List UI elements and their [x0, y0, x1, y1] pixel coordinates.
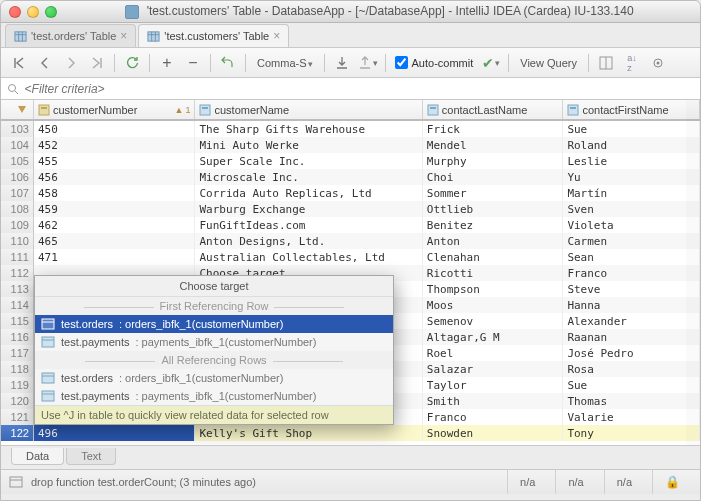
cell-contactLastName[interactable]: Altagar,G M [423, 329, 564, 345]
tab-data[interactable]: Data [11, 448, 64, 465]
cell-contactFirstName[interactable]: Leslie [563, 153, 700, 169]
first-page-button[interactable] [7, 52, 31, 74]
cell-contactLastName[interactable]: Snowden [423, 425, 564, 441]
reload-button[interactable] [120, 52, 144, 74]
cell-customerNumber[interactable]: 455 [34, 153, 196, 169]
column-header-customerNumber[interactable]: customerNumber ▲ 1 [34, 100, 196, 119]
popup-item[interactable]: test.orders: orders_ibfk_1(customerNumbe… [35, 369, 393, 387]
cell-customerName[interactable]: Super Scale Inc. [195, 153, 422, 169]
cell-customerName[interactable]: Warburg Exchange [195, 201, 422, 217]
popup-item[interactable]: test.orders: orders_ibfk_1(customerNumbe… [35, 315, 393, 333]
vertical-scrollbar[interactable] [686, 100, 700, 445]
cell-customerName[interactable]: FunGiftIdeas.com [195, 217, 422, 233]
cell-contactFirstName[interactable]: Hanna [563, 297, 700, 313]
cell-customerName[interactable]: Microscale Inc. [195, 169, 422, 185]
console-icon[interactable] [9, 475, 23, 489]
table-row[interactable]: 110465Anton Designs, Ltd.AntonCarmen [1, 233, 700, 249]
cell-customerName[interactable]: The Sharp Gifts Warehouse [195, 121, 422, 137]
cell-contactFirstName[interactable]: José Pedro [563, 345, 700, 361]
cell-contactLastName[interactable]: Salazar [423, 361, 564, 377]
cell-contactFirstName[interactable]: Carmen [563, 233, 700, 249]
cell-customerNumber[interactable]: 458 [34, 185, 196, 201]
separator-combo[interactable]: Comma-S▾ [251, 57, 319, 69]
cell-customerNumber[interactable]: 462 [34, 217, 196, 233]
submit-button[interactable] [216, 52, 240, 74]
cell-contactLastName[interactable]: Frick [423, 121, 564, 137]
table-row[interactable]: 103450The Sharp Gifts WarehouseFrickSue [1, 121, 700, 137]
cell-customerName[interactable]: Anton Designs, Ltd. [195, 233, 422, 249]
cell-contactLastName[interactable]: Benitez [423, 217, 564, 233]
cell-contactLastName[interactable]: Franco [423, 409, 564, 425]
cell-contactLastName[interactable]: Thompson [423, 281, 564, 297]
popup-item[interactable]: test.payments: payments_ibfk_1(customerN… [35, 387, 393, 405]
cell-contactLastName[interactable]: Ricotti [423, 265, 564, 281]
cell-customerNumber[interactable]: 452 [34, 137, 196, 153]
cell-contactFirstName[interactable]: Valarie [563, 409, 700, 425]
cell-customerName[interactable]: Kelly's Gift Shop [195, 425, 422, 441]
cell-contactFirstName[interactable]: Sue [563, 121, 700, 137]
cell-customerName[interactable]: Mini Auto Werke [195, 137, 422, 153]
cell-contactLastName[interactable]: Mendel [423, 137, 564, 153]
table-row[interactable]: 108459Warburg ExchangeOttliebSven [1, 201, 700, 217]
cell-customerNumber[interactable]: 456 [34, 169, 196, 185]
commit-split-button[interactable]: ✔▾ [479, 52, 503, 74]
cell-customerName[interactable]: Corrida Auto Replicas, Ltd [195, 185, 422, 201]
cell-contactFirstName[interactable]: Tony [563, 425, 700, 441]
tab-test-orders[interactable]: 'test.orders' Table × [5, 24, 136, 47]
cell-customerNumber[interactable]: 459 [34, 201, 196, 217]
import-button[interactable]: ▾ [356, 52, 380, 74]
autocommit-toggle[interactable]: Auto-commit [391, 56, 478, 69]
cell-contactLastName[interactable]: Smith [423, 393, 564, 409]
cell-contactFirstName[interactable]: Sean [563, 249, 700, 265]
tab-text[interactable]: Text [66, 448, 116, 465]
cell-contactFirstName[interactable]: Sven [563, 201, 700, 217]
cell-contactFirstName[interactable]: Franco [563, 265, 700, 281]
cell-customerNumber[interactable]: 471 [34, 249, 196, 265]
table-row[interactable]: 106456Microscale Inc.ChoiYu [1, 169, 700, 185]
cell-customerNumber[interactable]: 450 [34, 121, 196, 137]
cell-contactLastName[interactable]: Clenahan [423, 249, 564, 265]
table-row[interactable]: 109462FunGiftIdeas.comBenitezVioleta [1, 217, 700, 233]
settings-button[interactable] [646, 52, 670, 74]
column-header-contactLastName[interactable]: contactLastName [423, 100, 564, 119]
cell-contactFirstName[interactable]: Steve [563, 281, 700, 297]
autocommit-checkbox[interactable] [395, 56, 408, 69]
close-tab-icon[interactable]: × [273, 29, 280, 43]
minimize-window-button[interactable] [27, 6, 39, 18]
column-header-customerName[interactable]: customerName [195, 100, 422, 119]
cell-customerName[interactable]: Australian Collectables, Ltd [195, 249, 422, 265]
table-row[interactable]: 105455Super Scale Inc.MurphyLeslie [1, 153, 700, 169]
cell-contactLastName[interactable]: Choi [423, 169, 564, 185]
table-row[interactable]: 111471Australian Collectables, LtdClenah… [1, 249, 700, 265]
cell-contactFirstName[interactable]: Sue [563, 377, 700, 393]
add-row-button[interactable]: + [155, 52, 179, 74]
cell-customerNumber[interactable]: 496 [34, 425, 196, 441]
cell-contactLastName[interactable]: Roel [423, 345, 564, 361]
cell-contactLastName[interactable]: Anton [423, 233, 564, 249]
popup-item[interactable]: test.payments: payments_ibfk_1(customerN… [35, 333, 393, 351]
sort-az-button[interactable]: a↓z [620, 52, 644, 74]
tab-test-customers[interactable]: 'test.customers' Table × [138, 24, 289, 47]
cell-contactLastName[interactable]: Semenov [423, 313, 564, 329]
cell-contactFirstName[interactable]: Violeta [563, 217, 700, 233]
cell-customerNumber[interactable]: 465 [34, 233, 196, 249]
last-page-button[interactable] [85, 52, 109, 74]
row-number-header[interactable] [1, 100, 34, 119]
cell-contactLastName[interactable]: Taylor [423, 377, 564, 393]
view-query-button[interactable]: View Query [514, 57, 583, 69]
filter-input[interactable] [25, 82, 696, 96]
cell-contactFirstName[interactable]: Yu [563, 169, 700, 185]
cell-contactFirstName[interactable]: Thomas [563, 393, 700, 409]
remove-row-button[interactable]: − [181, 52, 205, 74]
cell-contactFirstName[interactable]: Raanan [563, 329, 700, 345]
cell-contactLastName[interactable]: Moos [423, 297, 564, 313]
cell-contactFirstName[interactable]: Roland [563, 137, 700, 153]
cell-contactLastName[interactable]: Murphy [423, 153, 564, 169]
close-tab-icon[interactable]: × [120, 29, 127, 43]
next-page-button[interactable] [59, 52, 83, 74]
prev-page-button[interactable] [33, 52, 57, 74]
cell-contactLastName[interactable]: Ottlieb [423, 201, 564, 217]
cell-contactLastName[interactable]: Sommer [423, 185, 564, 201]
table-row[interactable]: 107458Corrida Auto Replicas, LtdSommerMa… [1, 185, 700, 201]
cell-contactFirstName[interactable]: Alexander [563, 313, 700, 329]
